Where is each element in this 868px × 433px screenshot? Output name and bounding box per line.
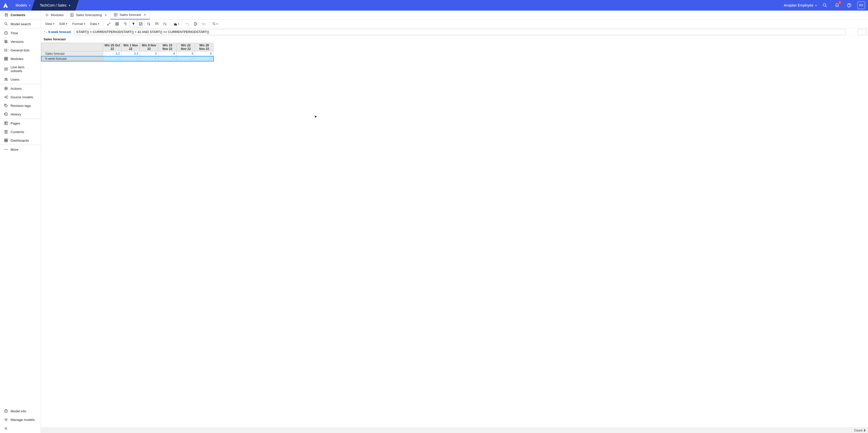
svg-point-7 bbox=[5, 23, 7, 25]
sidebar-manage-models[interactable]: Manage models bbox=[0, 415, 41, 424]
svg-rect-46 bbox=[6, 141, 7, 142]
formula-collapse-handle[interactable] bbox=[858, 29, 867, 35]
filter-group bbox=[130, 21, 144, 27]
indent-button[interactable] bbox=[122, 21, 129, 27]
sidebar-label: Contents bbox=[10, 130, 24, 134]
sidebar-model-search[interactable]: Model search bbox=[0, 20, 41, 28]
tab-modules[interactable]: Modules bbox=[42, 10, 67, 20]
separator bbox=[182, 22, 182, 26]
sidebar-line-item-subsets[interactable]: Line item subsets bbox=[0, 63, 41, 75]
svg-line-8 bbox=[6, 24, 7, 25]
cell[interactable]: 3.3 bbox=[122, 51, 140, 56]
filter-button[interactable] bbox=[130, 21, 137, 27]
workspace-dropdown[interactable]: TechCom / Sales ▾ bbox=[35, 0, 75, 10]
menu-label: Format bbox=[72, 22, 83, 26]
cell-checkbox[interactable]: ✓ bbox=[103, 56, 122, 61]
sheet-area: Sales forecast W/c 25 Oct 22 W/c 1 Nov 2… bbox=[41, 36, 868, 428]
pivot-button[interactable] bbox=[105, 21, 113, 27]
history-icon bbox=[4, 112, 8, 116]
search-cells-button[interactable]: ▾ bbox=[212, 21, 218, 27]
sidebar-users[interactable]: Users bbox=[0, 75, 41, 84]
sidebar-history[interactable]: History bbox=[0, 110, 41, 118]
app-logo[interactable] bbox=[0, 0, 11, 10]
data-menu[interactable]: Data▾ bbox=[88, 21, 101, 27]
row-header[interactable]: 6-week forecast bbox=[41, 56, 103, 61]
column-header[interactable]: W/c 15 Nov 22 bbox=[158, 43, 177, 51]
breakback-button bbox=[200, 21, 207, 27]
compare-button[interactable] bbox=[161, 21, 168, 27]
chart-button[interactable]: ▾ bbox=[173, 21, 180, 27]
close-icon[interactable]: ✕ bbox=[104, 13, 107, 18]
checkbox-filter-button[interactable] bbox=[137, 21, 144, 27]
show-hide-button[interactable] bbox=[114, 21, 121, 27]
sidebar-time[interactable]: Time bbox=[0, 29, 41, 37]
cell-checkbox[interactable]: ✓ bbox=[122, 56, 140, 61]
corner-cell[interactable] bbox=[41, 43, 103, 51]
cell[interactable]: 4 bbox=[158, 51, 177, 56]
sidebar-label: Revision tags bbox=[10, 104, 31, 108]
sidebar-more[interactable]: More bbox=[0, 145, 41, 154]
sidebar-label: Time bbox=[10, 31, 18, 35]
sidebar-actions[interactable]: Actions bbox=[0, 84, 41, 93]
copy-down-button[interactable] bbox=[192, 21, 199, 27]
svg-point-26 bbox=[5, 78, 6, 79]
svg-point-29 bbox=[5, 97, 5, 97]
cell[interactable]: 6 bbox=[195, 51, 214, 56]
sidebar-revision-tags[interactable]: Revision tags bbox=[0, 101, 41, 110]
cell-checkbox[interactable]: ✓ bbox=[195, 56, 214, 61]
workspace-label: TechCom / Sales bbox=[40, 3, 66, 7]
sort-button[interactable] bbox=[145, 21, 152, 27]
sidebar-modules[interactable]: Modules bbox=[0, 54, 41, 63]
sidebar-model-info[interactable]: Model info bbox=[0, 407, 41, 415]
formula-input[interactable] bbox=[74, 29, 846, 35]
help-button[interactable] bbox=[845, 1, 853, 9]
grid-icon bbox=[4, 57, 8, 61]
sidebar-general-lists[interactable]: General lists bbox=[0, 46, 41, 54]
column-header[interactable]: W/c 1 Nov 22 bbox=[122, 43, 140, 51]
data-grid[interactable]: W/c 25 Oct 22 W/c 1 Nov 22 W/c 8 Nov 22 … bbox=[41, 43, 214, 61]
user-dropdown[interactable]: Anaplan Employee ▾ bbox=[784, 3, 817, 7]
column-header[interactable]: W/c 22 Nov 22 bbox=[177, 43, 195, 51]
tab-sales-forecasting[interactable]: Sales forecasting ✕ bbox=[67, 10, 111, 20]
sidebar-source-models[interactable]: Source models bbox=[0, 93, 41, 101]
column-header[interactable]: W/c 25 Oct 22 bbox=[103, 43, 122, 51]
tab-sales-forecast[interactable]: Sales forecast ✕ bbox=[111, 10, 150, 20]
sidebar-contents-nav[interactable]: Contents bbox=[0, 127, 41, 136]
view-menu[interactable]: View▾ bbox=[43, 21, 56, 27]
edit-menu[interactable]: Edit▾ bbox=[57, 21, 69, 27]
sidebar-dashboards[interactable]: Dashboards bbox=[0, 136, 41, 145]
cell[interactable]: 3 bbox=[140, 51, 158, 56]
undo-button bbox=[184, 21, 191, 27]
column-header[interactable]: W/c 8 Nov 22 bbox=[140, 43, 158, 51]
mouse-cursor-icon: ➤ bbox=[314, 114, 317, 118]
clock-icon bbox=[4, 31, 8, 35]
dashboard-icon bbox=[4, 138, 8, 142]
table-row-selected[interactable]: 6-week forecast ✓ ✓ ✓ ✓ ✓ ✓ bbox=[41, 56, 214, 61]
conditional-format-button[interactable] bbox=[153, 21, 160, 27]
cell[interactable]: 3.2 bbox=[103, 51, 122, 56]
svg-rect-23 bbox=[5, 68, 7, 70]
count-label: Count: bbox=[854, 429, 863, 432]
cell[interactable]: 5 bbox=[177, 51, 195, 56]
svg-rect-78 bbox=[202, 23, 204, 24]
close-icon[interactable]: ✕ bbox=[143, 12, 147, 17]
menu-label: Edit bbox=[59, 22, 65, 26]
collapse-sidebar-button[interactable] bbox=[0, 424, 41, 433]
sidebar-pages[interactable]: Pages bbox=[0, 119, 41, 127]
cell-checkbox[interactable]: ✓ bbox=[158, 56, 177, 61]
cell-checkbox[interactable]: ✓ bbox=[177, 56, 195, 61]
notifications-button[interactable]: 3 bbox=[833, 1, 841, 9]
search-button[interactable] bbox=[821, 1, 829, 9]
spacer bbox=[0, 154, 41, 407]
row-header[interactable]: Sales forecast bbox=[41, 51, 103, 56]
column-header[interactable]: W/c 29 Nov 22 bbox=[195, 43, 214, 51]
line-item-selector[interactable]: 6-week forecast bbox=[43, 30, 72, 34]
sidebar-contents-header[interactable]: Contents bbox=[0, 10, 41, 19]
cell-checkbox[interactable]: ✓ bbox=[140, 56, 158, 61]
sidebar-label: Contents bbox=[10, 13, 25, 17]
table-row[interactable]: Sales forecast 3.2 3.3 3 4 5 6 bbox=[41, 51, 214, 56]
format-menu[interactable]: Format▾ bbox=[70, 21, 87, 27]
sidebar-versions[interactable]: Versions bbox=[0, 37, 41, 46]
user-avatar[interactable]: RS bbox=[858, 1, 865, 9]
count-value: 6 bbox=[864, 429, 866, 432]
